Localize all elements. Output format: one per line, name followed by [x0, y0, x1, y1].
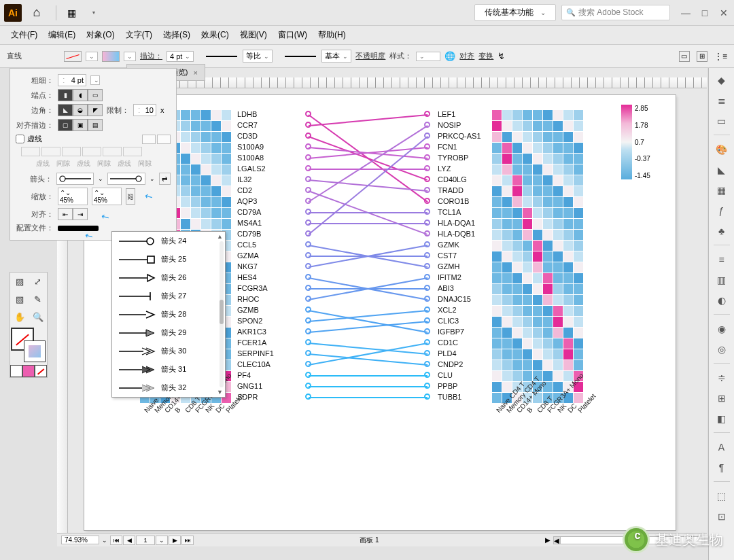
- appearance-panel-icon[interactable]: ◉: [714, 321, 730, 337]
- document-tab-close[interactable]: ×: [193, 69, 197, 77]
- profile-shape[interactable]: [58, 226, 99, 231]
- scale-start-input[interactable]: ⌃⌄ 45%: [58, 188, 88, 205]
- stroke-dropdown[interactable]: [124, 52, 136, 61]
- fill-dropdown[interactable]: [86, 52, 98, 61]
- stroke-weight-stepper[interactable]: 4 pt: [58, 74, 86, 86]
- scroll-up-icon[interactable]: ▲: [217, 233, 223, 240]
- close-button[interactable]: ✕: [718, 7, 730, 19]
- artboard-dd[interactable]: ⌄: [156, 536, 168, 545]
- arrowhead-option[interactable]: 箭头 28: [112, 305, 225, 323]
- artboards-panel-icon[interactable]: ▭: [714, 113, 730, 129]
- tool-gradient[interactable]: ▧: [10, 290, 29, 308]
- arrowhead-dropdown-list[interactable]: ▲ 箭头 24箭头 25箭头 26箭头 27箭头 28箭头 29箭头 30箭头 …: [111, 231, 226, 398]
- tool-hand[interactable]: ✋: [10, 308, 29, 326]
- align-stroke-inside-icon[interactable]: ▣: [73, 119, 88, 131]
- corner-round-icon[interactable]: ◒: [73, 104, 88, 116]
- toolbar-overflow[interactable]: ⋮≡: [714, 52, 727, 61]
- cap-segment[interactable]: ▮ ◖ ▭: [58, 89, 103, 101]
- swap-arrows-button[interactable]: ⇄: [159, 173, 171, 185]
- arrange-docs-button[interactable]: ▦: [62, 3, 81, 22]
- properties-panel-icon[interactable]: ◆: [714, 72, 730, 88]
- cap-projecting-icon[interactable]: ▭: [88, 89, 103, 101]
- stroke-weight-input[interactable]: 4 pt: [167, 51, 194, 62]
- arrowhead-option[interactable]: 箭头 30: [112, 342, 225, 360]
- minimize-button[interactable]: —: [680, 7, 692, 19]
- fill-stroke-swatches[interactable]: [10, 327, 47, 364]
- align-arrow-2-icon[interactable]: ⇥: [73, 208, 88, 220]
- menu-object[interactable]: 对象(O): [82, 27, 118, 43]
- style-dropdown[interactable]: [416, 52, 440, 61]
- color-mode-swatches[interactable]: [10, 365, 47, 377]
- menu-type[interactable]: 文字(T): [122, 27, 156, 43]
- arrowhead-option[interactable]: 箭头 32: [112, 379, 225, 397]
- workspace-switcher[interactable]: 传统基本功能: [474, 4, 556, 21]
- corner-bevel-icon[interactable]: ◤: [88, 104, 103, 116]
- transform-panel-icon[interactable]: ⊞: [714, 390, 730, 406]
- align-stroke-outside-icon[interactable]: ▤: [88, 119, 103, 131]
- arrow-end-dropdown[interactable]: [107, 173, 145, 185]
- arrowhead-option[interactable]: 箭头 24: [112, 232, 225, 250]
- link-scale-button[interactable]: ⛓: [126, 188, 135, 205]
- menu-file[interactable]: 文件(F): [7, 27, 41, 43]
- gradient-panel-icon[interactable]: ▥: [714, 272, 730, 288]
- home-button[interactable]: ⌂: [27, 3, 46, 22]
- menu-effect[interactable]: 效果(C): [197, 27, 233, 43]
- color-guide-icon[interactable]: ◣: [714, 162, 730, 178]
- last-artboard-button[interactable]: ⏭: [181, 536, 194, 545]
- zoom-input[interactable]: 74.93%: [61, 536, 99, 544]
- limit-input[interactable]: 10: [133, 104, 156, 116]
- align-stroke-center-icon[interactable]: ▢: [58, 119, 73, 131]
- align-stroke-segment[interactable]: ▢ ▣ ▤: [58, 119, 103, 131]
- align-arrow-1-icon[interactable]: ⇤: [58, 208, 73, 220]
- profile-preview[interactable]: [285, 56, 316, 57]
- corner-segment[interactable]: ◣ ◒ ◤: [58, 104, 103, 116]
- recolor-icon[interactable]: 🌐: [444, 51, 455, 61]
- dash-pattern-inputs[interactable]: [142, 135, 171, 144]
- align-panel-icon[interactable]: ≑: [714, 370, 730, 386]
- next-artboard-button[interactable]: ▶: [169, 536, 181, 545]
- stroke-swatch[interactable]: [102, 51, 120, 62]
- libraries-panel-icon[interactable]: ⊡: [714, 508, 730, 525]
- layout-icon-2[interactable]: ⊞: [697, 51, 707, 62]
- layers-panel-icon[interactable]: ≣: [714, 92, 730, 109]
- graphic-styles-icon[interactable]: ◎: [714, 341, 730, 357]
- pathfinder-panel-icon[interactable]: ◧: [714, 410, 730, 427]
- tool-slice[interactable]: ▨: [10, 273, 29, 290]
- tool-eyedropper[interactable]: ✎: [29, 290, 47, 308]
- menu-view[interactable]: 视图(V): [236, 27, 271, 43]
- prev-artboard-button[interactable]: ◀: [123, 536, 135, 545]
- menu-help[interactable]: 帮助(H): [314, 27, 350, 43]
- stroke-label[interactable]: 描边：: [140, 51, 162, 61]
- brush-preview[interactable]: [206, 56, 237, 57]
- stroke-panel-icon[interactable]: ≡: [714, 251, 730, 268]
- paragraph-panel-icon[interactable]: ¶: [714, 459, 730, 476]
- arrowhead-option[interactable]: 箭头 25: [112, 250, 225, 268]
- artboard-nav[interactable]: ⏮ ◀ 1 ⌄ ▶ ⏭: [110, 536, 194, 545]
- tool-zoom[interactable]: 🔍: [29, 308, 47, 326]
- scroll-down-icon[interactable]: ▼: [217, 389, 223, 396]
- opacity-label[interactable]: 不透明度: [355, 51, 385, 61]
- isolate-icon[interactable]: ↯: [497, 51, 505, 61]
- menu-select[interactable]: 选择(S): [159, 27, 194, 43]
- transparency-panel-icon[interactable]: ◐: [714, 292, 730, 309]
- cap-butt-icon[interactable]: ▮: [58, 89, 73, 101]
- profile-dropdown[interactable]: 基本: [321, 50, 351, 63]
- arrowhead-option[interactable]: 箭头 31: [112, 360, 225, 379]
- stroke-weight-dd[interactable]: [90, 75, 100, 85]
- align-link[interactable]: 对齐: [459, 51, 474, 61]
- maximize-button[interactable]: □: [699, 7, 711, 19]
- corner-miter-icon[interactable]: ◣: [58, 104, 73, 116]
- dashed-checkbox[interactable]: 虚线: [16, 134, 42, 144]
- color-panel-icon[interactable]: 🎨: [714, 141, 730, 158]
- brush-ratio-dropdown[interactable]: 等比: [243, 50, 273, 63]
- arrowhead-option[interactable]: 箭头 29: [112, 323, 225, 342]
- dropdown-scrollbar[interactable]: [220, 241, 224, 387]
- tool-free-transform[interactable]: ⤢: [29, 273, 47, 290]
- artboard-number[interactable]: 1: [136, 536, 155, 545]
- menu-window[interactable]: 窗口(W): [274, 27, 311, 43]
- menu-edit[interactable]: 编辑(E): [44, 27, 80, 43]
- cap-round-icon[interactable]: ◖: [73, 89, 88, 101]
- align-arrow-segment[interactable]: ⇤ ⇥: [58, 208, 88, 220]
- asset-export-icon[interactable]: ⬚: [714, 488, 730, 504]
- brushes-panel-icon[interactable]: ƒ: [714, 203, 730, 219]
